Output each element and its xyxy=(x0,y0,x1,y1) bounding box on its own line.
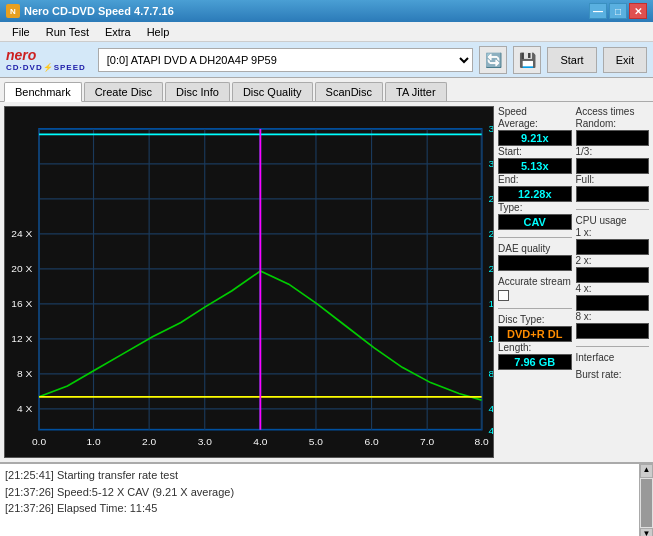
type-label: Type: xyxy=(498,202,572,214)
average-label: Average: xyxy=(498,118,572,130)
tab-scan-disc[interactable]: ScanDisc xyxy=(315,82,383,101)
disc-type-label: Disc Type: xyxy=(498,314,572,326)
titlebar-buttons[interactable]: — □ ✕ xyxy=(589,3,647,19)
toolbar: nero CD·DVD⚡SPEED [0:0] ATAPI DVD A DH20… xyxy=(0,42,653,78)
left-stat-col: Speed Average: 9.21x Start: 5.13x End: 1… xyxy=(498,106,572,458)
svg-text:8.0: 8.0 xyxy=(475,436,490,447)
access-times-label: Access times xyxy=(576,106,650,118)
accurate-stream-checkbox-area xyxy=(498,290,572,301)
right-columns: Speed Average: 9.21x Start: 5.13x End: 1… xyxy=(498,106,649,458)
cpu-8x-label: 8 x: xyxy=(576,311,650,323)
tab-disc-info[interactable]: Disc Info xyxy=(165,82,230,101)
svg-text:32: 32 xyxy=(488,158,493,169)
menu-extra[interactable]: Extra xyxy=(97,24,139,40)
full-label: Full: xyxy=(576,174,650,186)
divider2 xyxy=(498,308,572,309)
dae-value xyxy=(498,255,572,271)
speed-label: Speed xyxy=(498,106,572,118)
svg-text:8 X: 8 X xyxy=(17,368,33,379)
dae-section: DAE quality xyxy=(498,243,572,271)
svg-text:28: 28 xyxy=(488,193,493,204)
length-label: Length: xyxy=(498,342,572,354)
svg-text:1.0: 1.0 xyxy=(86,436,101,447)
type-value: CAV xyxy=(498,214,572,230)
accurate-stream-section: Accurate stream xyxy=(498,276,572,301)
log-area: [21:25:41] Starting transfer rate test [… xyxy=(0,462,653,536)
tab-benchmark[interactable]: Benchmark xyxy=(4,82,82,102)
length-value: 7.96 GB xyxy=(498,354,572,370)
svg-text:24 X: 24 X xyxy=(11,228,32,239)
svg-text:8: 8 xyxy=(488,368,493,379)
start-label: Start: xyxy=(498,146,572,158)
menu-help[interactable]: Help xyxy=(139,24,178,40)
interface-section: Interface xyxy=(576,352,650,364)
random-label: Random: xyxy=(576,118,650,130)
access-times-section: Access times Random: 1/3: Full: xyxy=(576,106,650,202)
tabs: Benchmark Create Disc Disc Info Disc Qua… xyxy=(0,78,653,102)
cpu-section: CPU usage 1 x: 2 x: 4 x: 8 x: xyxy=(576,215,650,339)
exit-button[interactable]: Exit xyxy=(603,47,647,73)
interface-label: Interface xyxy=(576,352,650,364)
burst-label: Burst rate: xyxy=(576,369,650,381)
log-scrollbar[interactable]: ▲ ▼ xyxy=(639,464,653,536)
divider4 xyxy=(576,346,650,347)
svg-text:4.0: 4.0 xyxy=(253,436,268,447)
one-third-label: 1/3: xyxy=(576,146,650,158)
svg-text:20: 20 xyxy=(488,263,493,274)
refresh-button[interactable]: 🔄 xyxy=(479,46,507,74)
tab-ta-jitter[interactable]: TA Jitter xyxy=(385,82,447,101)
chart-svg: 4 X 8 X 12 X 16 X 20 X 24 X 4 4 8 12 16 … xyxy=(5,107,493,457)
menu-run-test[interactable]: Run Test xyxy=(38,24,97,40)
chart-area: 4 X 8 X 12 X 16 X 20 X 24 X 4 4 8 12 16 … xyxy=(4,106,494,458)
accurate-stream-checkbox[interactable] xyxy=(498,290,509,301)
cpu-label: CPU usage xyxy=(576,215,650,227)
svg-rect-0 xyxy=(5,107,493,457)
nero-logo: nero CD·DVD⚡SPEED xyxy=(6,47,86,72)
divider1 xyxy=(498,237,572,238)
disc-section: Disc Type: DVD+R DL Length: 7.96 GB xyxy=(498,314,572,370)
menu-file[interactable]: File xyxy=(4,24,38,40)
start-value: 5.13x xyxy=(498,158,572,174)
cpu-1x-label: 1 x: xyxy=(576,227,650,239)
nero-logo-subtitle: CD·DVD⚡SPEED xyxy=(6,63,86,72)
scroll-up-button[interactable]: ▲ xyxy=(640,464,653,478)
svg-text:6.0: 6.0 xyxy=(364,436,379,447)
disc-type-value: DVD+R DL xyxy=(498,326,572,342)
speed-section: Speed Average: 9.21x Start: 5.13x End: 1… xyxy=(498,106,572,230)
end-value: 12.28x xyxy=(498,186,572,202)
cpu-1x-value xyxy=(576,239,650,255)
app-icon: N xyxy=(6,4,20,18)
svg-text:24: 24 xyxy=(488,228,493,239)
tab-create-disc[interactable]: Create Disc xyxy=(84,82,163,101)
minimize-button[interactable]: — xyxy=(589,3,607,19)
nero-logo-text: nero xyxy=(6,47,36,63)
scroll-down-button[interactable]: ▼ xyxy=(640,528,653,536)
close-button[interactable]: ✕ xyxy=(629,3,647,19)
right-panel: Speed Average: 9.21x Start: 5.13x End: 1… xyxy=(498,102,653,462)
log-line-1: [21:25:41] Starting transfer rate test xyxy=(5,467,634,484)
svg-text:7.0: 7.0 xyxy=(420,436,435,447)
end-label: End: xyxy=(498,174,572,186)
svg-text:0.0: 0.0 xyxy=(32,436,47,447)
scroll-thumb[interactable] xyxy=(641,479,652,527)
right-stat-col: Access times Random: 1/3: Full: CPU usag… xyxy=(576,106,650,458)
average-value: 9.21x xyxy=(498,130,572,146)
random-value xyxy=(576,130,650,146)
maximize-button[interactable]: □ xyxy=(609,3,627,19)
svg-text:2.0: 2.0 xyxy=(142,436,157,447)
accurate-stream-label: Accurate stream xyxy=(498,276,572,288)
cpu-2x-value xyxy=(576,267,650,283)
save-button[interactable]: 💾 xyxy=(513,46,541,74)
titlebar: N Nero CD-DVD Speed 4.7.7.16 — □ ✕ xyxy=(0,0,653,22)
dae-label: DAE quality xyxy=(498,243,572,255)
log-line-2: [21:37:26] Speed:5-12 X CAV (9.21 X aver… xyxy=(5,484,634,501)
svg-text:36: 36 xyxy=(488,123,493,134)
start-button[interactable]: Start xyxy=(547,47,596,73)
tab-disc-quality[interactable]: Disc Quality xyxy=(232,82,313,101)
svg-text:3.0: 3.0 xyxy=(198,436,213,447)
svg-text:12: 12 xyxy=(488,333,493,344)
drive-select[interactable]: [0:0] ATAPI DVD A DH20A4P 9P59 xyxy=(98,48,474,72)
main-content: 4 X 8 X 12 X 16 X 20 X 24 X 4 4 8 12 16 … xyxy=(0,102,653,462)
full-value xyxy=(576,186,650,202)
log-line-3: [21:37:26] Elapsed Time: 11:45 xyxy=(5,500,634,517)
